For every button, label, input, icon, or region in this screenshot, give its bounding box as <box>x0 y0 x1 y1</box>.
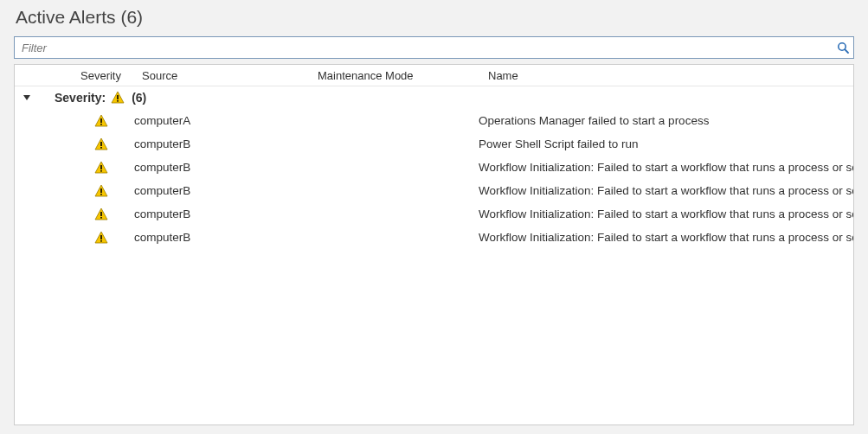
warning-icon <box>68 184 129 198</box>
group-count: (6) <box>132 91 146 105</box>
svg-rect-23 <box>100 240 102 242</box>
column-header-row: Severity Source Maintenance Mode Name <box>15 65 853 86</box>
svg-rect-13 <box>100 165 102 169</box>
cell-name: Workflow Initialization: Failed to start… <box>473 161 853 174</box>
svg-rect-16 <box>100 188 102 193</box>
column-header-icon[interactable] <box>45 65 75 86</box>
table-row[interactable]: computerBPower Shell Script failed to ru… <box>15 132 853 156</box>
warning-icon <box>68 231 129 245</box>
table-row[interactable]: computerBWorkflow Initialization: Failed… <box>15 156 853 179</box>
warning-icon <box>68 161 129 175</box>
svg-rect-10 <box>100 142 102 146</box>
collapse-icon[interactable] <box>15 93 39 102</box>
table-row[interactable]: computerBWorkflow Initialization: Failed… <box>15 202 853 226</box>
svg-rect-8 <box>100 124 102 125</box>
page-title-count: (6) <box>120 7 143 27</box>
cell-name: Power Shell Script failed to run <box>473 137 853 150</box>
cell-name: Workflow Initialization: Failed to start… <box>473 184 853 197</box>
svg-rect-17 <box>100 194 102 195</box>
svg-line-1 <box>845 49 848 53</box>
alerts-grid: Severity Source Maintenance Mode Name Se… <box>14 64 854 425</box>
svg-rect-22 <box>100 235 102 239</box>
warning-icon <box>111 91 125 105</box>
cell-source: computerB <box>129 184 304 197</box>
svg-rect-7 <box>100 118 102 123</box>
warning-icon <box>68 137 129 151</box>
cell-source: computerA <box>129 114 304 127</box>
column-header-name[interactable]: Name <box>483 65 853 86</box>
svg-rect-19 <box>100 212 102 216</box>
svg-rect-20 <box>100 217 102 219</box>
cell-source: computerB <box>129 207 304 220</box>
svg-marker-2 <box>23 95 30 100</box>
cell-name: Operations Manager failed to start a pro… <box>473 114 853 127</box>
svg-rect-11 <box>100 147 102 149</box>
cell-source: computerB <box>129 231 304 244</box>
table-row[interactable]: computerAOperations Manager failed to st… <box>15 109 853 132</box>
page-title-text: Active Alerts <box>16 7 116 27</box>
active-alerts-panel: Active Alerts (6) Severity Source Mainte… <box>0 0 868 434</box>
cell-source: computerB <box>129 137 304 150</box>
column-header-source[interactable]: Source <box>137 65 312 86</box>
cell-name: Workflow Initialization: Failed to start… <box>473 231 853 244</box>
filter-input[interactable] <box>20 41 836 55</box>
svg-rect-5 <box>117 100 119 102</box>
cell-name: Workflow Initialization: Failed to start… <box>473 207 853 220</box>
group-label: Severity: <box>55 91 106 105</box>
alert-rows: computerAOperations Manager failed to st… <box>15 109 853 249</box>
column-header-maintenance[interactable]: Maintenance Mode <box>312 65 483 86</box>
table-row[interactable]: computerBWorkflow Initialization: Failed… <box>15 179 853 202</box>
column-header-expander[interactable] <box>15 65 45 86</box>
grid-scroll-area[interactable]: Severity Source Maintenance Mode Name Se… <box>15 65 853 424</box>
warning-icon <box>68 114 129 128</box>
svg-rect-4 <box>117 95 119 99</box>
page-title: Active Alerts (6) <box>16 7 854 28</box>
table-row[interactable]: computerBWorkflow Initialization: Failed… <box>15 226 853 249</box>
group-header-row[interactable]: Severity: (6) <box>15 86 853 109</box>
warning-icon <box>68 207 129 221</box>
search-icon[interactable] <box>836 41 850 54</box>
column-header-severity[interactable]: Severity <box>75 65 137 86</box>
cell-source: computerB <box>129 161 304 174</box>
svg-rect-14 <box>100 170 102 172</box>
filter-bar <box>14 36 854 59</box>
